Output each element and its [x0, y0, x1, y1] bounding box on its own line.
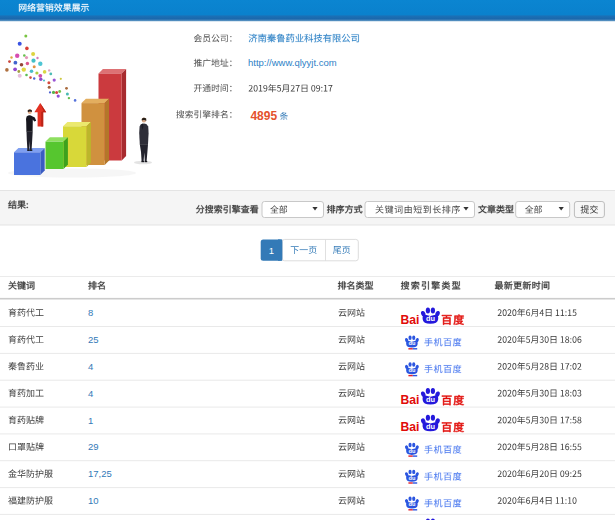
svg-text:Bai: Bai — [401, 313, 420, 327]
svg-text:25: 25 — [88, 334, 99, 345]
svg-text:du: du — [426, 314, 436, 323]
svg-text:4: 4 — [88, 388, 93, 399]
svg-text:du: du — [408, 340, 415, 346]
svg-text:1: 1 — [269, 245, 274, 256]
svg-text:du: du — [408, 448, 415, 454]
svg-text:du: du — [408, 367, 415, 373]
svg-text:du: du — [426, 395, 436, 404]
svg-text:29: 29 — [88, 441, 99, 452]
svg-text:4: 4 — [88, 361, 93, 372]
svg-text:8: 8 — [88, 307, 93, 318]
svg-text:10: 10 — [88, 495, 99, 506]
svg-text:17,25: 17,25 — [88, 468, 112, 479]
svg-text:Bai: Bai — [401, 393, 420, 407]
svg-text:4895: 4895 — [250, 109, 277, 123]
svg-text:du: du — [426, 422, 436, 431]
svg-text:Bai: Bai — [401, 420, 420, 434]
svg-text:du: du — [408, 475, 415, 481]
svg-text:du: du — [408, 501, 415, 507]
svg-text:http://www.qlyyjt.com: http://www.qlyyjt.com — [248, 57, 337, 68]
svg-text:1: 1 — [88, 415, 93, 426]
